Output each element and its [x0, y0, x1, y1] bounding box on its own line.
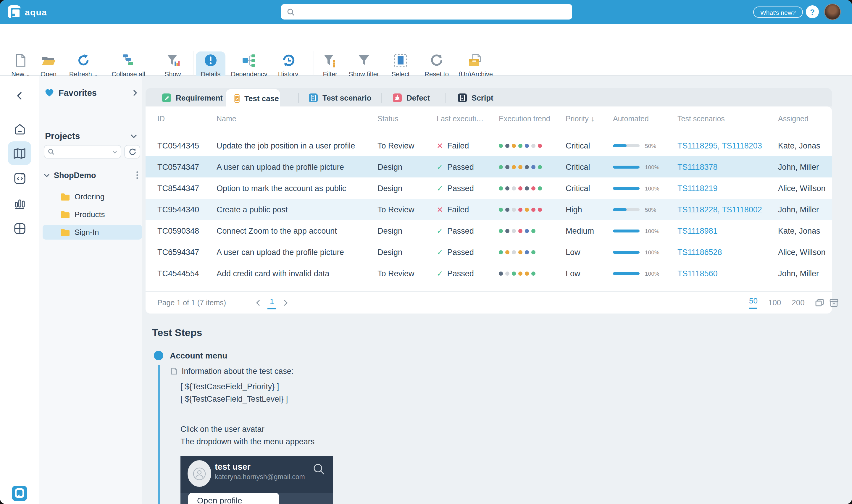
chevron-right-icon[interactable]: [132, 89, 137, 96]
open-button[interactable]: Open: [36, 53, 61, 78]
brand-name: aqua: [25, 7, 47, 17]
sidebar-item-scripts[interactable]: [8, 166, 31, 190]
test-scenario-link[interactable]: TS1118560: [677, 269, 718, 278]
tab-script[interactable]: Script: [450, 89, 502, 107]
test-scenario-link[interactable]: TS1118219: [677, 184, 718, 193]
map-icon: [13, 148, 26, 159]
page-size-50[interactable]: 50: [749, 296, 758, 309]
history-button[interactable]: History: [273, 53, 303, 78]
show-filter-row-icon: [357, 53, 371, 68]
project-root-shopdemo[interactable]: ShopDemo: [44, 167, 139, 183]
top-bar: aqua What's new? ?: [0, 0, 852, 24]
copy-items-icon[interactable]: [815, 299, 824, 307]
cell-status: To Review: [378, 263, 415, 284]
automation-progress-bar: [613, 165, 639, 168]
table-row[interactable]: TC0574347 A user can upload the profile …: [146, 156, 832, 178]
next-page-button[interactable]: [284, 299, 288, 306]
column-header-status[interactable]: Status: [378, 115, 398, 123]
sidebar-item-reports[interactable]: [8, 191, 31, 215]
cell-priority: High: [566, 199, 582, 220]
column-header-name[interactable]: Name: [217, 115, 236, 123]
cell-assigned: John, Miller: [778, 263, 819, 284]
dependency-button[interactable]: Dependency: [230, 53, 269, 78]
heart-icon: [45, 89, 54, 97]
project-search[interactable]: [44, 145, 121, 159]
cell-id: TC0574347: [157, 156, 199, 178]
automation-percent: 100%: [645, 185, 659, 191]
tab-requirement[interactable]: Requirement: [154, 89, 231, 107]
user-avatar[interactable]: [824, 3, 841, 20]
kebab-menu-icon[interactable]: [136, 171, 139, 179]
column-header-last-execution[interactable]: Last executi…: [437, 115, 484, 123]
column-header-test-scenarios[interactable]: Test scenarios: [677, 115, 725, 123]
column-header-priority[interactable]: Priority ↓: [566, 115, 594, 123]
table-row[interactable]: TC0544345 Update the job position in a u…: [146, 135, 832, 156]
tab-test-scenario[interactable]: Test scenario: [301, 89, 380, 107]
table-row[interactable]: TC9544340 Create a public post To Review…: [146, 199, 832, 220]
details-icon: [203, 53, 218, 68]
project-root-label: ShopDemo: [54, 171, 132, 180]
cell-automated: 100%: [613, 263, 659, 284]
cell-name: Update the job position in a user profil…: [217, 135, 355, 156]
help-button[interactable]: ?: [806, 5, 819, 18]
sidebar-item-home[interactable]: [8, 117, 31, 141]
page-size-200[interactable]: 200: [792, 298, 804, 307]
tab-test-case[interactable]: Test case: [226, 89, 280, 108]
collapse-sidebar-button[interactable]: [8, 84, 31, 108]
trend-dot-red: [531, 186, 536, 190]
execution-result-icon: ✓: [437, 184, 443, 193]
table-row[interactable]: TC8544347 Option to mark the account as …: [146, 178, 832, 199]
table-row[interactable]: TC6594347 A user can upload the profile …: [146, 241, 832, 263]
new-button[interactable]: New ⌄: [8, 53, 33, 78]
trend-dot-blue: [531, 165, 536, 169]
column-header-id[interactable]: ID: [157, 115, 165, 123]
automation-percent: 100%: [645, 270, 659, 276]
aqua-logo-icon: [8, 5, 21, 18]
folder-item-sign-in[interactable]: Sign-In: [42, 225, 142, 239]
global-search[interactable]: [281, 4, 572, 19]
test-scenario-link[interactable]: TS1118228, TS1118002: [677, 205, 762, 214]
chevron-down-icon[interactable]: [44, 173, 50, 177]
collapse-projects-icon: [121, 53, 136, 68]
tab-defect[interactable]: Defect: [385, 89, 438, 107]
column-header-execution-trend[interactable]: Execution trend: [499, 115, 550, 123]
whats-new-button[interactable]: What's new?: [753, 6, 803, 18]
requirement-icon: [162, 93, 171, 102]
page-size-100[interactable]: 100: [768, 298, 781, 307]
test-scenario-link[interactable]: TS1118378: [677, 162, 718, 171]
refresh-button[interactable]: Refresh ⌄: [65, 53, 102, 78]
cell-name: Create a public post: [217, 199, 288, 220]
prev-page-button[interactable]: [256, 299, 260, 306]
test-scenario-link[interactable]: TS1118295, TS1118203: [677, 141, 762, 150]
test-scenario-link[interactable]: TS11186528: [677, 248, 722, 256]
projects-label: Projects: [45, 131, 130, 141]
global-search-input[interactable]: [298, 8, 572, 16]
trend-dot-slate: [505, 143, 509, 148]
column-header-automated[interactable]: Automated: [613, 115, 649, 123]
chevron-left-icon: [16, 91, 23, 101]
column-header-assigned[interactable]: Assigned: [778, 115, 809, 123]
table-row[interactable]: TC4544554 Add credit card with invalid d…: [146, 263, 832, 284]
folder-item-products[interactable]: Products: [42, 207, 142, 222]
side-panel: Favorites Projects: [39, 76, 142, 504]
trend-dot-green: [518, 143, 523, 148]
sidebar-item-modules[interactable]: [8, 216, 31, 240]
project-refresh-button[interactable]: [124, 145, 140, 159]
trend-dot-yellow: [512, 165, 516, 169]
sidebar-item-projects[interactable]: [8, 141, 31, 165]
page-number[interactable]: 1: [268, 296, 276, 309]
archive-box-icon[interactable]: [830, 299, 838, 307]
cell-test-scenarios: TS1118560: [677, 263, 718, 284]
automation-progress-bar: [613, 208, 639, 211]
chevron-down-icon[interactable]: [130, 133, 137, 138]
step-bullet[interactable]: [154, 351, 163, 360]
app-window: aqua What's new? ? New ⌄ Open: [0, 0, 852, 504]
folder-item-ordering[interactable]: Ordering: [42, 189, 142, 204]
chevron-down-icon[interactable]: [112, 150, 117, 154]
table-row[interactable]: TC0590348 Connect Zoom to the app accoun…: [146, 220, 832, 241]
project-search-input[interactable]: [57, 148, 110, 155]
search-icon: [48, 148, 54, 155]
execution-result-icon: ✓: [437, 226, 443, 235]
test-scenario-link[interactable]: TS1118981: [677, 226, 718, 235]
screenshot-user-email: kateryna.hornysh@gmail.com: [215, 473, 305, 480]
